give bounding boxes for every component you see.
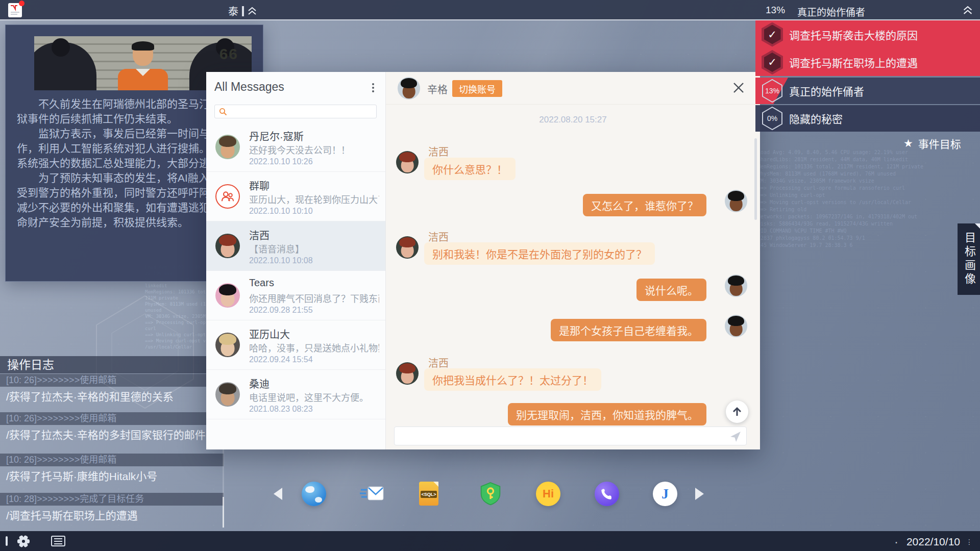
gear-icon[interactable] bbox=[17, 535, 30, 547]
task-label: 隐藏的秘密 bbox=[789, 111, 843, 126]
security-shield-icon[interactable] bbox=[479, 482, 502, 506]
date-value: 2022/10/10 bbox=[906, 536, 960, 548]
contact-list-panel: All Messages 丹尼尔·寇斯 还好我今天没去公司！！ 2022.10.… bbox=[206, 72, 385, 449]
log-text: /获得了托马斯·康维的Hitalk小号 bbox=[0, 468, 224, 483]
group-chat-icon bbox=[215, 184, 240, 209]
avatar bbox=[396, 362, 419, 385]
avatar bbox=[396, 151, 419, 173]
task-label: 真正的始作俑者 bbox=[789, 83, 864, 98]
log-timestamp: [10: 26]>>>>>>>>使用邮箱 bbox=[0, 454, 224, 466]
task-item-done[interactable]: ✓ 调查托马斯袭击大楼的原因 bbox=[755, 20, 980, 48]
news-window-title[interactable]: 泰 bbox=[228, 4, 257, 18]
power-indicator-icon[interactable] bbox=[6, 536, 8, 546]
bottom-bar-dots: ⋮ bbox=[966, 538, 974, 546]
contact-time: 2022.10.10 10:10 bbox=[249, 207, 313, 216]
hitalk-app-icon[interactable]: Hi bbox=[536, 482, 560, 506]
hitalk-label: Hi bbox=[543, 487, 554, 500]
contact-row-sandy[interactable]: 桑迪 电话里说吧，这里不大方便。 2021.08.23 08:23 bbox=[206, 370, 385, 419]
log-scrollbar-thumb[interactable] bbox=[223, 497, 224, 528]
log-text: /获得了拉杰夫·辛格的和里德的关系 bbox=[0, 388, 224, 404]
bottom-system-bar: · 2022/10/10 ⋮ bbox=[0, 531, 980, 551]
phone-app-icon[interactable] bbox=[595, 482, 619, 506]
chat-panel: 辛格 切换账号 2022.08.20 15:27 洁西 你什么意思？！ 又怎么了… bbox=[385, 72, 760, 449]
clipped-glyph bbox=[242, 6, 244, 16]
contact-name: 亚历山大 bbox=[249, 327, 290, 341]
scroll-up-button[interactable] bbox=[726, 400, 748, 423]
news-title-text: 泰 bbox=[228, 4, 238, 18]
message-input-box bbox=[394, 427, 747, 445]
list-title: All Messages bbox=[214, 80, 284, 94]
account-avatar bbox=[398, 77, 420, 99]
close-icon[interactable] bbox=[731, 81, 746, 95]
search-input[interactable] bbox=[227, 107, 376, 116]
mail-icon[interactable] bbox=[360, 484, 384, 504]
check-icon: ✓ bbox=[768, 29, 777, 41]
prisoner-figure bbox=[118, 69, 168, 90]
contact-name: Tears bbox=[249, 277, 274, 289]
contact-row-jessie-active[interactable]: 洁西 【语音消息】 2022.10.10 10:08 bbox=[206, 221, 385, 271]
message-input[interactable] bbox=[395, 427, 746, 445]
log-timestamp: [10: 26]>>>>>>>>使用邮箱 bbox=[0, 412, 224, 425]
jittalk-label: J bbox=[662, 486, 669, 502]
contact-preview: 电话里说吧，这里不大方便。 bbox=[249, 390, 369, 404]
task-check-hexagon: ✓ bbox=[755, 22, 789, 47]
contact-name: 丹尼尔·寇斯 bbox=[249, 129, 304, 143]
check-icon: ✓ bbox=[768, 56, 777, 68]
contact-time: 2022.10.10 10:26 bbox=[249, 157, 313, 166]
task-progress-hexagon: 0% bbox=[755, 107, 789, 130]
log-entry: [10: 26]>>>>>>>>使用邮箱 /获得了拉杰夫·辛格的多封国家银行的邮… bbox=[0, 412, 224, 442]
top-bar: 泰 13% 真正的始作俑者 bbox=[0, 0, 980, 20]
contact-row-groupchat[interactable]: 群聊 亚历山大，现在轮到你压力山大了... 2022.10.10 10:10 bbox=[206, 172, 385, 221]
operation-log-header: 操作日志 bbox=[0, 356, 224, 373]
message-sender-name: 洁西 bbox=[428, 144, 449, 159]
task-label: 调查托马斯在职场上的遭遇 bbox=[789, 55, 918, 70]
avatar bbox=[725, 315, 747, 337]
task-item-done[interactable]: ✓ 调查托马斯在职场上的遭遇 bbox=[755, 48, 980, 76]
wall-number: 66 bbox=[219, 45, 238, 63]
log-text: /调查托马斯在职场上的遭遇 bbox=[0, 507, 224, 522]
background-console-text: Load Avg: 4.09, 8.40, 5.46 CPU usage: 22… bbox=[757, 149, 962, 379]
event-goals-label: 事件目标 bbox=[918, 136, 961, 151]
avatar bbox=[215, 382, 240, 407]
collapse-chevrons-icon[interactable] bbox=[248, 7, 257, 15]
task-item[interactable]: 0% 隐藏的秘密 bbox=[755, 105, 980, 132]
jittalk-app-icon[interactable]: J bbox=[653, 482, 677, 506]
task-list-icon[interactable] bbox=[51, 536, 65, 546]
star-icon: ★ bbox=[903, 137, 913, 149]
chat-bubble-incoming: 别和我装！你是不是在外面泡了别的女的了？ bbox=[424, 242, 655, 265]
case-title: 真正的始作俑者 bbox=[797, 5, 865, 18]
contact-row-daniel[interactable]: 丹尼尔·寇斯 还好我今天没去公司！！ 2022.10.10 10:26 bbox=[206, 122, 385, 172]
task-item-current[interactable]: 13% 真正的始作俑者 bbox=[755, 78, 980, 104]
browser-globe-icon[interactable] bbox=[302, 482, 326, 506]
dock-back-arrow-icon[interactable] bbox=[274, 488, 282, 500]
contact-preview: 亚历山大，现在轮到你压力山大了... bbox=[249, 192, 379, 206]
chat-bubble-incoming: 你把我当成什么了？！太过分了！ bbox=[424, 368, 601, 391]
chat-scrollbar-thumb[interactable] bbox=[754, 138, 757, 220]
news-app-icon[interactable] bbox=[8, 3, 22, 17]
account-name: 辛格 bbox=[427, 82, 448, 96]
target-portrait-tab[interactable]: 目标画像 bbox=[958, 223, 980, 295]
event-goals-button[interactable]: ★ 事件目标 bbox=[903, 136, 961, 151]
contact-row-tears[interactable]: Tears 你还甩脾气不回消息了？下贱东西。 2022.09.28 21:55 bbox=[206, 271, 385, 320]
send-icon[interactable] bbox=[730, 431, 741, 442]
sql-file-icon[interactable]: <SQL> bbox=[419, 482, 438, 506]
chat-date-divider: 2022.08.20 15:27 bbox=[539, 115, 606, 125]
contact-row-alexander[interactable]: 亚历山大 哈哈，没事，只是送她点小礼物罢... 2022.09.24 15:54 bbox=[206, 320, 385, 370]
chat-bubble-incoming: 你什么意思？！ bbox=[424, 158, 516, 180]
game-desktop: Load Avg: 4.09, 8.40, 5.46 CPU usage: 22… bbox=[0, 0, 980, 551]
log-timestamp: [10: 26]>>>>>>>>使用邮箱 bbox=[0, 374, 224, 387]
chat-bubble-outgoing: 别无理取闹，洁西，你知道我的脾气。 bbox=[508, 403, 706, 425]
messenger-window: All Messages 丹尼尔·寇斯 还好我今天没去公司！！ 2022.10.… bbox=[206, 72, 760, 449]
avatar bbox=[215, 283, 240, 308]
log-text: /获得了拉杰夫·辛格的多封国家银行的邮件 bbox=[0, 427, 224, 442]
sql-label: <SQL> bbox=[421, 491, 437, 498]
kebab-menu-icon[interactable] bbox=[369, 83, 377, 94]
log-entry: [10: 26]>>>>>>>>使用邮箱 /获得了拉杰夫·辛格的和里德的关系 bbox=[0, 374, 224, 404]
tasks-collapse-chevrons-icon[interactable] bbox=[963, 6, 973, 17]
news-paper-icon bbox=[8, 3, 22, 17]
avatar bbox=[725, 190, 747, 212]
dock-forward-arrow-icon[interactable] bbox=[695, 488, 704, 500]
contact-name: 桑迪 bbox=[249, 376, 270, 391]
task-progress-value: 13% bbox=[765, 87, 779, 95]
switch-account-button[interactable]: 切换账号 bbox=[452, 80, 502, 97]
